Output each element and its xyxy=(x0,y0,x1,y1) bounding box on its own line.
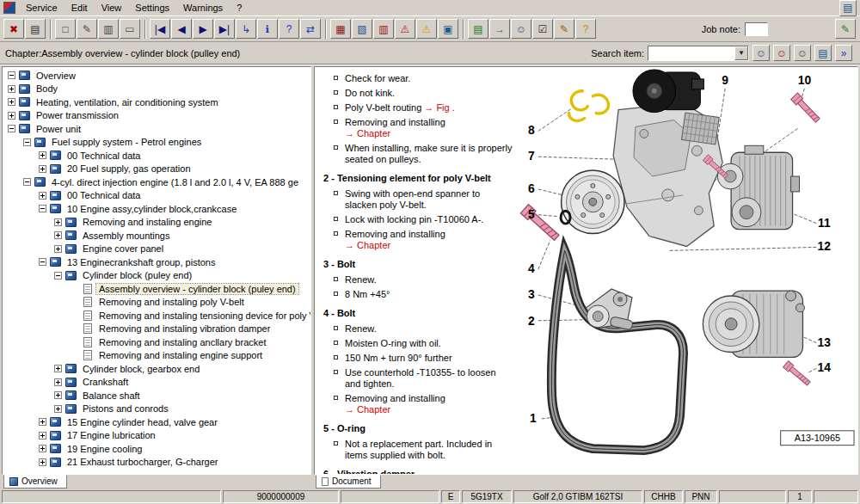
exit-button[interactable]: ✖ xyxy=(3,19,24,39)
jump-to-button[interactable]: » xyxy=(835,45,852,61)
expand-plus-icon[interactable] xyxy=(8,98,15,106)
tree-item[interactable]: Fuel supply system - Petrol engines xyxy=(3,136,310,150)
document-link[interactable]: → Chapter xyxy=(345,404,390,415)
hazard-warning-button[interactable]: ⚠ xyxy=(395,19,415,39)
expand-plus-icon[interactable] xyxy=(39,445,46,452)
expand-plus-icon[interactable] xyxy=(39,151,46,159)
info-button[interactable]: ℹ xyxy=(257,19,278,39)
tree-item[interactable]: 10 Engine assy,cylinder block,crankcase xyxy=(3,202,310,216)
tree-item[interactable]: Power unit xyxy=(3,122,310,136)
collapse-minus-icon[interactable] xyxy=(8,71,15,79)
planner-button[interactable]: ✎ xyxy=(554,19,574,39)
service-warning-button[interactable]: ⚠ xyxy=(416,19,437,39)
expand-plus-icon[interactable] xyxy=(39,432,46,439)
expand-plus-icon[interactable] xyxy=(8,112,15,120)
context-help-button[interactable]: ▤ xyxy=(839,0,857,16)
expand-plus-icon[interactable] xyxy=(39,458,46,466)
history-return-button[interactable]: ↳ xyxy=(236,19,256,39)
tree-item[interactable]: 15 Engine cylinder head, valve gear xyxy=(3,415,310,429)
collapse-minus-icon[interactable] xyxy=(39,205,46,212)
checklist-button[interactable]: ☑ xyxy=(532,19,553,39)
tree-item[interactable]: Removing and instaling poly V-belt xyxy=(3,296,310,310)
document-link[interactable]: → Chapter xyxy=(345,128,390,138)
menu-view[interactable]: View xyxy=(95,1,129,15)
tree-item[interactable]: 17 Engine lubrication xyxy=(3,429,310,443)
monitor-button[interactable]: ▣ xyxy=(438,19,458,39)
expand-plus-icon[interactable] xyxy=(54,378,62,386)
expand-plus-icon[interactable] xyxy=(39,192,46,200)
tree-item[interactable]: Overview xyxy=(3,69,310,83)
tree-item[interactable]: Cylinder block (puley end) xyxy=(3,269,310,283)
new-document-button[interactable]: □ xyxy=(55,19,76,39)
tree-item[interactable]: Removing and instaling ancllary bracket xyxy=(3,335,310,349)
tree-item[interactable]: 21 Exhaust turbocharger, G-charger xyxy=(3,456,310,470)
tree-item[interactable]: Assembly mountings xyxy=(3,229,310,243)
collapse-minus-icon[interactable] xyxy=(8,125,15,132)
expand-plus-icon[interactable] xyxy=(54,218,62,226)
tree-item[interactable]: Crankshaft xyxy=(3,376,310,390)
go-previous-button[interactable]: ◀ xyxy=(171,19,192,39)
tab-overview[interactable]: Overview xyxy=(3,475,67,489)
tree-item[interactable]: 19 Engine cooling xyxy=(3,442,310,456)
copy-pages-button[interactable]: ▥ xyxy=(98,19,119,39)
menu-warnings[interactable]: Warnings xyxy=(176,1,230,15)
collapse-minus-icon[interactable] xyxy=(23,138,31,146)
service-book-button[interactable]: ▤ xyxy=(468,19,488,39)
expand-plus-icon[interactable] xyxy=(39,165,46,173)
tree-item[interactable]: Removing and instaling engine support xyxy=(3,349,310,363)
tree-item[interactable]: 00 Technical data xyxy=(3,149,310,163)
notes-button[interactable]: ✎ xyxy=(835,19,856,39)
expand-plus-icon[interactable] xyxy=(39,418,46,426)
manuals-button[interactable]: ▥ xyxy=(373,19,394,39)
tree-item[interactable]: Cylinder block, gearbox end xyxy=(3,362,310,376)
menu-edit[interactable]: Edit xyxy=(64,1,95,15)
expand-plus-icon[interactable] xyxy=(54,405,62,413)
index-cards-button[interactable]: ▧ xyxy=(352,19,372,39)
tree-item[interactable]: 20 Fuel supply, gas operation xyxy=(3,163,310,176)
menu-help[interactable]: ? xyxy=(230,1,249,15)
job-note-input[interactable] xyxy=(745,22,768,36)
document-link[interactable]: → Fig . xyxy=(424,102,454,113)
collapse-minus-icon[interactable] xyxy=(54,272,62,280)
expand-plus-icon[interactable] xyxy=(54,365,62,372)
menu-settings[interactable]: Settings xyxy=(128,1,176,15)
expand-plus-icon[interactable] xyxy=(8,85,15,93)
person-back-button[interactable]: ☺ xyxy=(773,45,790,61)
tree-item[interactable]: Power transmission xyxy=(3,109,310,123)
expand-plus-icon[interactable] xyxy=(54,245,62,253)
person-forward-button[interactable]: ☺ xyxy=(794,45,811,61)
result-list-button[interactable]: ▤ xyxy=(814,45,832,61)
collapse-minus-icon[interactable] xyxy=(23,178,31,186)
go-first-button[interactable]: |◀ xyxy=(150,19,170,39)
collapse-minus-icon[interactable] xyxy=(39,258,46,266)
person-search-button[interactable]: ☺ xyxy=(752,45,770,61)
print-button[interactable]: ▤ xyxy=(25,19,46,39)
modules-button[interactable]: ▦ xyxy=(330,19,351,39)
document-link[interactable]: → Chapter xyxy=(345,240,390,250)
vehicle-data-button[interactable]: ▭ xyxy=(120,19,140,39)
query-button[interactable]: ? xyxy=(575,19,596,39)
tree-item[interactable]: Heating, ventilation, air conditioning s… xyxy=(3,95,310,109)
tree-item[interactable]: Assembly overview - cylinder block (pule… xyxy=(3,282,310,296)
vehicle-history-button[interactable]: → xyxy=(489,19,510,39)
go-last-button[interactable]: ▶| xyxy=(214,19,235,39)
expand-plus-icon[interactable] xyxy=(54,391,62,399)
tree-item[interactable]: Body xyxy=(3,83,310,96)
tree-item[interactable]: Removing and instaling engine xyxy=(3,216,310,230)
edit-document-button[interactable]: ✎ xyxy=(77,19,97,39)
customer-button[interactable]: ☺ xyxy=(511,19,531,39)
tree-item[interactable]: 4-cyl. direct injection engine (1.8 l an… xyxy=(3,175,310,189)
tree-item[interactable]: Balance shaft xyxy=(3,389,310,403)
tree-item[interactable]: 13 Enginecrankshaft group, pistons xyxy=(3,255,310,269)
tab-document[interactable]: Document xyxy=(316,475,381,489)
menu-service[interactable]: Service xyxy=(19,1,64,15)
tree-item[interactable]: 00 Technical data xyxy=(3,189,310,203)
help-button[interactable]: ? xyxy=(279,19,299,39)
tree-item[interactable]: Removing and instaling vibration damper xyxy=(3,323,310,336)
expand-plus-icon[interactable] xyxy=(54,231,62,239)
tree-item[interactable]: Engine cover panel xyxy=(3,243,310,256)
search-item-combo[interactable]: ▼ xyxy=(648,46,749,61)
tree-item[interactable]: Removing and instaling tensioning device… xyxy=(3,309,310,323)
chevron-down-icon[interactable]: ▼ xyxy=(734,46,748,60)
swap-windows-button[interactable]: ⇄ xyxy=(300,19,321,39)
